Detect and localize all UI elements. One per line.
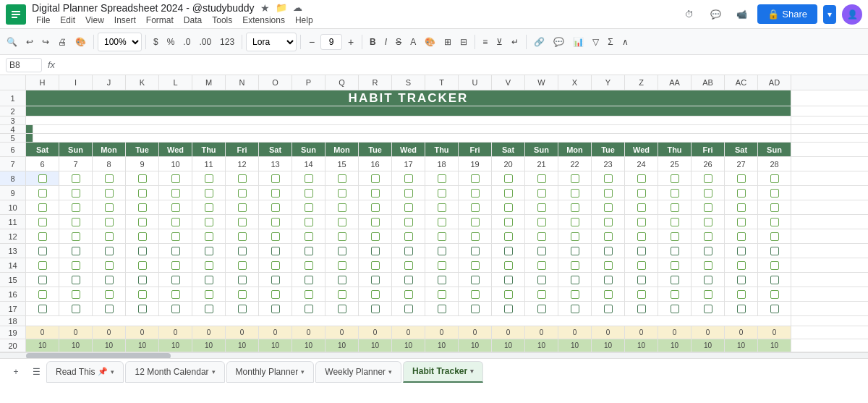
- checkbox-r8-c2[interactable]: [93, 171, 126, 185]
- tab-monthly-planner-arrow[interactable]: ▾: [301, 368, 305, 376]
- sheet-menu-button[interactable]: ☰: [26, 362, 46, 382]
- checkbox[interactable]: [72, 189, 80, 198]
- format-123-btn[interactable]: 123: [216, 33, 238, 51]
- checkbox-r9-c3[interactable]: [126, 186, 159, 200]
- checkbox[interactable]: [338, 218, 346, 226]
- checkbox[interactable]: [338, 290, 346, 299]
- checkbox-r12-c10[interactable]: [359, 229, 392, 243]
- checkbox[interactable]: [737, 232, 746, 241]
- checkbox-r8-c9[interactable]: [326, 171, 359, 185]
- checkbox-r13-c7[interactable]: [259, 244, 292, 258]
- checkbox[interactable]: [138, 218, 147, 226]
- checkbox[interactable]: [571, 174, 579, 183]
- checkbox[interactable]: [770, 247, 779, 255]
- checkbox[interactable]: [404, 290, 413, 299]
- checkbox-r9-c19[interactable]: [658, 186, 692, 200]
- checkbox-r12-c22[interactable]: [758, 229, 791, 243]
- checkbox[interactable]: [704, 305, 712, 313]
- checkbox[interactable]: [471, 232, 480, 241]
- menu-tools[interactable]: Tools: [208, 14, 237, 27]
- checkbox-r14-c16[interactable]: [558, 258, 592, 272]
- checkbox[interactable]: [171, 305, 180, 313]
- checkbox[interactable]: [138, 203, 147, 212]
- checkbox[interactable]: [537, 203, 546, 212]
- checkbox[interactable]: [205, 189, 213, 198]
- checkbox[interactable]: [671, 276, 679, 284]
- checkbox[interactable]: [571, 189, 579, 198]
- checkbox[interactable]: [171, 232, 180, 241]
- checkbox[interactable]: [38, 261, 47, 270]
- checkbox[interactable]: [637, 276, 646, 284]
- rownum-10[interactable]: 10: [0, 200, 26, 214]
- checkbox-r17-c6[interactable]: [226, 302, 259, 315]
- checkbox-r16-c16[interactable]: [558, 287, 592, 301]
- valign-btn[interactable]: ⊻: [493, 33, 506, 51]
- col-W[interactable]: W: [525, 75, 558, 90]
- checkbox-r16-c22[interactable]: [758, 287, 791, 301]
- decimal-dec-btn[interactable]: .0: [179, 33, 194, 51]
- checkbox-r10-c11[interactable]: [392, 200, 425, 214]
- checkbox-r15-c18[interactable]: [625, 273, 658, 287]
- checkbox-r10-c9[interactable]: [326, 200, 359, 214]
- checkbox[interactable]: [338, 276, 346, 284]
- tab-weekly-planner[interactable]: Weekly Planner ▾: [315, 361, 401, 383]
- checkbox[interactable]: [438, 247, 446, 255]
- checkbox[interactable]: [671, 232, 679, 241]
- col-J[interactable]: J: [93, 75, 126, 90]
- checkbox-r9-c13[interactable]: [459, 186, 492, 200]
- checkbox[interactable]: [338, 174, 346, 183]
- col-H[interactable]: H: [26, 75, 59, 90]
- checkbox[interactable]: [504, 189, 513, 198]
- checkbox-r15-c20[interactable]: [692, 273, 725, 287]
- checkbox[interactable]: [671, 290, 679, 299]
- rownum-20[interactable]: 20: [0, 339, 26, 352]
- checkbox-r13-c13[interactable]: [459, 244, 492, 258]
- checkbox-r14-c19[interactable]: [658, 258, 692, 272]
- checkbox[interactable]: [770, 174, 779, 183]
- drive-icon[interactable]: 📁: [276, 2, 287, 13]
- checkbox[interactable]: [171, 203, 180, 212]
- col-I[interactable]: I: [59, 75, 93, 90]
- checkbox[interactable]: [504, 247, 513, 255]
- checkbox[interactable]: [571, 232, 579, 241]
- rownum-16[interactable]: 16: [0, 287, 26, 301]
- checkbox[interactable]: [604, 203, 613, 212]
- checkbox[interactable]: [238, 276, 247, 284]
- checkbox[interactable]: [238, 232, 247, 241]
- checkbox[interactable]: [404, 189, 413, 198]
- h-scrollbar[interactable]: [0, 352, 868, 358]
- checkbox[interactable]: [604, 290, 613, 299]
- checkbox-r13-c0[interactable]: [26, 244, 59, 258]
- checkbox[interactable]: [38, 218, 47, 226]
- checkbox[interactable]: [305, 232, 313, 241]
- checkbox[interactable]: [704, 290, 712, 299]
- col-Z[interactable]: Z: [625, 75, 658, 90]
- checkbox[interactable]: [271, 218, 280, 226]
- currency-btn[interactable]: $: [150, 33, 162, 51]
- checkbox[interactable]: [438, 305, 446, 313]
- checkbox-r14-c4[interactable]: [159, 258, 192, 272]
- checkbox[interactable]: [72, 276, 80, 284]
- checkbox-r16-c6[interactable]: [226, 287, 259, 301]
- star-icon[interactable]: ★: [260, 2, 270, 14]
- checkbox[interactable]: [271, 203, 280, 212]
- checkbox[interactable]: [770, 203, 779, 212]
- checkbox-r16-c11[interactable]: [392, 287, 425, 301]
- checkbox[interactable]: [271, 276, 280, 284]
- checkbox-r11-c1[interactable]: [59, 215, 93, 229]
- zoom-select[interactable]: 100%: [98, 33, 142, 51]
- checkbox-r8-c21[interactable]: [725, 171, 758, 185]
- checkbox[interactable]: [305, 189, 313, 198]
- checkbox-r10-c10[interactable]: [359, 200, 392, 214]
- checkbox[interactable]: [72, 247, 80, 255]
- checkbox[interactable]: [305, 203, 313, 212]
- checkbox[interactable]: [770, 189, 779, 198]
- checkbox-r16-c3[interactable]: [126, 287, 159, 301]
- checkbox-r8-c1[interactable]: [59, 171, 93, 185]
- checkbox-r14-c14[interactable]: [492, 258, 525, 272]
- rownum-7[interactable]: 7: [0, 157, 26, 171]
- checkbox[interactable]: [671, 305, 679, 313]
- checkbox[interactable]: [404, 218, 413, 226]
- align-btn[interactable]: ≡: [479, 33, 491, 51]
- checkbox-r8-c12[interactable]: [425, 171, 459, 185]
